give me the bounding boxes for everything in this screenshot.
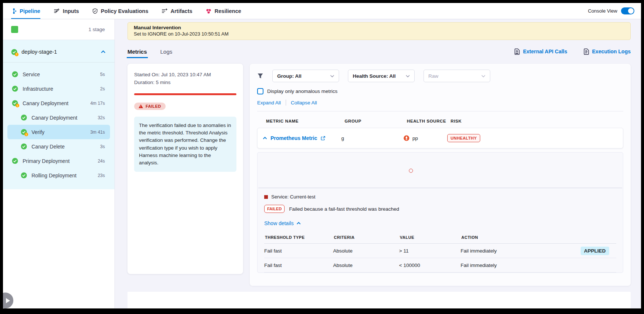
anomalous-metrics-label: Display only anomalous metrics [267,88,338,94]
chevron-up-icon[interactable] [101,50,106,53]
success-warning-icon [12,100,18,106]
metric-row-prometheus[interactable]: Prometheus Metric g [257,128,623,148]
console-view-toggle[interactable] [621,7,634,14]
step-duration: 23s [98,173,105,178]
content-bottom-fill [127,292,631,308]
console-view-label: Console View [588,8,617,14]
step-duration: 3s [100,144,105,149]
sidebar-item-canary-delete[interactable]: Canary Delete 3s [7,139,110,154]
show-details-toggle[interactable]: Show details [258,213,623,226]
execution-sidebar: 1 stage deploy-stage-1 Servic [3,19,115,308]
applied-badge: APPLIED [581,247,609,255]
sidebar-stage-deploy-stage-1[interactable]: deploy-stage-1 [3,44,114,60]
duration: Duration: 5 mins [134,79,236,87]
metric-chart[interactable] [258,153,622,188]
metric-table-header: METRIC NAME GROUP HEALTH SOURCE RISK [257,111,623,128]
threshold-table: THRESHOLD TYPE CRITERIA VALUE ACTION Fai… [264,233,616,273]
sidebar-item-service[interactable]: Service 5s [7,67,110,81]
metrics-panel: Group: All Health Source: All Raw [250,64,631,286]
sidebar-item-primary-deployment[interactable]: Primary Deployment 24s [7,154,110,168]
api-doc-icon [514,49,520,55]
collapse-all-link[interactable]: Collapse All [291,100,317,106]
check-circle-icon [21,172,27,178]
tab-resilience-label: Resilience [215,8,241,14]
health-source-name: pp [412,136,418,141]
prometheus-icon [404,135,409,141]
anomalous-metrics-checkbox[interactable] [257,88,263,94]
execution-logs-link[interactable]: Execution Logs [584,49,631,55]
threshold-row: Fail fast Absolute > 11 Fail immediately… [264,244,616,258]
metric-group: g [341,136,404,141]
check-circle-icon [21,143,27,150]
filter-funnel-icon [257,73,263,79]
chevron-up-icon [296,222,301,225]
sidebar-item-infrastructure[interactable]: Infrastructure 2s [7,81,110,96]
stage-status-square [11,26,18,33]
sidebar-item-canary-deployment[interactable]: Canary Deployment 32s [7,110,110,125]
check-circle-icon [21,114,27,121]
warning-overlay-icon [24,133,28,136]
check-circle-icon [12,158,18,164]
top-nav: Pipeline Inputs Policy Evaluations [3,3,641,19]
verification-message: The verification failed due to anomalies… [134,117,236,172]
tab-resilience[interactable]: Resilience [206,3,241,19]
step-duration: 32s [98,115,105,120]
metric-name-link[interactable]: Prometheus Metric [270,135,317,141]
failed-message: Failed because a fail-fast threshold was… [289,206,399,212]
step-duration: 5s [100,72,105,77]
success-warning-icon [21,129,27,135]
resilience-icon [206,8,212,14]
check-circle-icon [12,71,18,77]
sidebar-item-verify[interactable]: Verify 3m 41s [7,125,110,139]
chevron-down-icon [481,75,485,77]
stage-name: deploy-stage-1 [21,49,97,55]
warning-overlay-icon [15,53,19,56]
tab-logs[interactable]: Logs [160,49,173,55]
check-circle-icon [12,86,18,92]
started-on: Started On: Jul 10, 2023 10:47 AM [134,71,236,79]
external-link-icon[interactable] [321,136,325,141]
tab-policy-evaluations-label: Policy Evaluations [101,8,148,14]
tab-artifacts-label: Artifacts [170,8,192,14]
risk-badge-unhealthy: UNHEALTHY [447,134,480,142]
pipeline-icon [11,8,17,14]
warning-triangle-icon [139,104,143,108]
tab-pipeline-label: Pipeline [20,8,40,14]
threshold-row: Fail fast Absolute < 100000 Fail immedia… [264,258,616,273]
divider [286,100,286,106]
policy-evaluations-icon [92,8,98,14]
play-triangle-icon [6,298,10,303]
toggle-knob [628,8,634,14]
verification-summary-card: Started On: Jul 10, 2023 10:47 AM Durati… [127,64,243,274]
tab-artifacts[interactable]: Artifacts [162,3,192,19]
stage-detail-panel: Manual Intervention Set to IGNORE on 10-… [115,19,641,308]
tab-pipeline[interactable]: Pipeline [11,3,40,19]
tab-policy-evaluations[interactable]: Policy Evaluations [92,3,148,19]
legend-color-square [264,195,268,199]
failed-progress-bar [134,93,236,95]
tab-inputs[interactable]: Inputs [54,3,79,19]
external-api-calls-link[interactable]: External API Calls [514,49,567,55]
step-duration: 3m 41s [90,130,105,135]
tab-metrics[interactable]: Metrics [127,49,147,55]
app-window: Pipeline Inputs Policy Evaluations [3,3,641,308]
anomalous-point-marker[interactable] [409,169,413,173]
legend-label: Service: Current-test [271,194,315,200]
sidebar-item-canary-deployment-group[interactable]: Canary Deployment 4m 17s [7,96,110,110]
chevron-down-icon [330,75,334,77]
success-warning-icon [11,49,17,55]
step-duration: 2s [100,86,105,91]
raw-filter-dropdown[interactable]: Raw [424,70,490,82]
chevron-up-icon[interactable] [263,137,267,140]
failed-badge: FAILED [264,205,285,213]
step-duration: 24s [98,158,105,164]
warning-overlay-icon [16,104,19,107]
artifacts-icon [162,8,167,14]
log-doc-icon [584,49,589,55]
health-source-filter-dropdown[interactable]: Health Source: All [348,70,415,82]
group-filter-dropdown[interactable]: Group: All [272,70,339,82]
sidebar-item-rolling-deployment[interactable]: Rolling Deployment 23s [7,168,110,183]
failed-status-badge: FAILED [134,103,166,110]
manual-intervention-banner: Manual Intervention Set to IGNORE on 10-… [127,22,631,40]
expand-all-link[interactable]: Expand All [257,100,281,106]
